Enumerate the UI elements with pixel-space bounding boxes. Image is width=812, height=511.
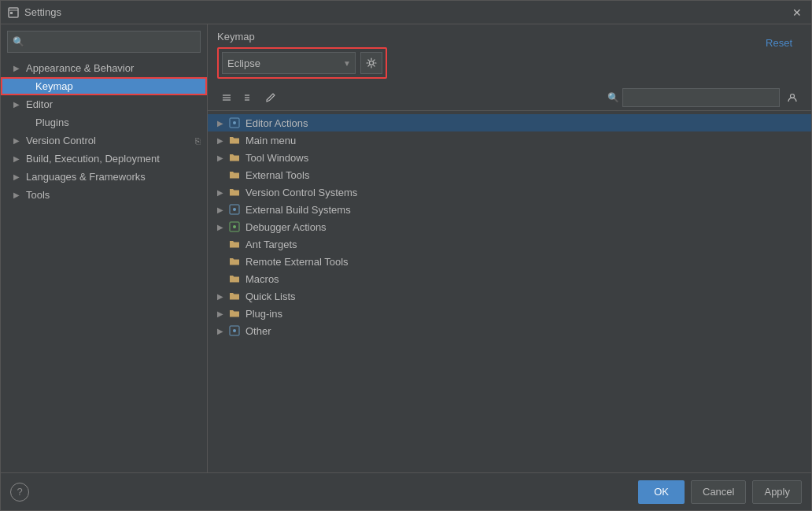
keymap-selector-row: Eclipse Default IntelliJ IDEA Classic ma… bbox=[217, 47, 387, 79]
tree-arrow-icon: ▶ bbox=[217, 206, 228, 214]
sidebar-item-label: Languages & Frameworks bbox=[26, 171, 146, 183]
folder-icon bbox=[228, 238, 241, 250]
close-button[interactable]: ✕ bbox=[789, 5, 805, 20]
tree-item-label: Debugger Actions bbox=[245, 221, 327, 233]
tree-arrow-icon: ▶ bbox=[217, 327, 228, 335]
svg-rect-2 bbox=[10, 12, 13, 14]
title-bar: Settings ✕ bbox=[1, 1, 811, 24]
help-button[interactable]: ? bbox=[10, 483, 29, 502]
keymap-dropdown[interactable]: Eclipse Default IntelliJ IDEA Classic ma… bbox=[222, 52, 356, 74]
sidebar-item-label: Build, Execution, Deployment bbox=[26, 153, 160, 165]
sidebar-search[interactable]: 🔍 bbox=[7, 31, 201, 53]
tree-item-label: Macros bbox=[245, 273, 279, 285]
sidebar-item-label: Appearance & Behavior bbox=[26, 62, 134, 74]
tree-arrow-icon: ▶ bbox=[217, 292, 228, 301]
tree-item-external-build[interactable]: ▶ External Build Systems bbox=[208, 201, 811, 218]
sidebar-item-plugins[interactable]: ▶ Plugins bbox=[1, 113, 207, 131]
arrow-icon: ▶ bbox=[13, 100, 23, 109]
sidebar-item-tools[interactable]: ▶ Tools bbox=[1, 186, 207, 204]
reset-button[interactable]: Reset bbox=[766, 37, 792, 49]
sidebar-item-editor[interactable]: ▶ Editor bbox=[1, 95, 207, 113]
copy-icon: ⎘ bbox=[195, 136, 201, 146]
sidebar-item-label: Tools bbox=[26, 189, 50, 201]
collapse-all-button[interactable] bbox=[239, 88, 258, 107]
sidebar-item-label: Plugins bbox=[35, 117, 69, 128]
section-title: Keymap bbox=[217, 31, 802, 43]
sidebar-item-label: Version Control bbox=[26, 135, 96, 146]
search-icon: 🔍 bbox=[607, 92, 619, 103]
tree-item-debugger[interactable]: ▶ Debugger Actions bbox=[208, 218, 811, 235]
folder-icon bbox=[228, 255, 241, 268]
tree-arrow-icon: ▶ bbox=[217, 136, 228, 145]
svg-rect-0 bbox=[9, 8, 18, 17]
keymap-tree-list: ▶ Editor Actions ▶ Main menu bbox=[208, 111, 811, 472]
sidebar: 🔍 ▶ Appearance & Behavior ▶ Keymap ▶ Edi… bbox=[1, 24, 208, 472]
sidebar-items-list: ▶ Appearance & Behavior ▶ Keymap ▶ Edito… bbox=[1, 59, 207, 472]
folder-icon bbox=[228, 186, 241, 198]
sidebar-item-build[interactable]: ▶ Build, Execution, Deployment bbox=[1, 150, 207, 168]
cancel-button[interactable]: Cancel bbox=[691, 480, 746, 504]
tree-item-external-tools[interactable]: ▶ External Tools bbox=[208, 166, 811, 183]
action-toolbar: 🔍 bbox=[208, 85, 811, 111]
tree-arrow-icon: ▶ bbox=[217, 309, 228, 318]
content-area: 🔍 ▶ Appearance & Behavior ▶ Keymap ▶ Edi… bbox=[1, 24, 811, 472]
other-icon bbox=[228, 324, 241, 337]
sidebar-item-label: Editor bbox=[26, 98, 53, 110]
tree-item-label: Editor Actions bbox=[245, 117, 308, 129]
tree-item-label: Remote External Tools bbox=[245, 256, 349, 268]
debugger-icon bbox=[228, 220, 241, 233]
tree-item-macros[interactable]: ▶ Macros bbox=[208, 270, 811, 287]
apply-button[interactable]: Apply bbox=[752, 480, 802, 504]
main-header: Keymap Reset Eclipse Default IntelliJ ID… bbox=[208, 24, 811, 85]
tree-item-vcs[interactable]: ▶ Version Control Systems bbox=[208, 183, 811, 201]
tree-arrow-icon: ▶ bbox=[217, 188, 228, 197]
build-icon bbox=[228, 203, 241, 216]
keymap-dropdown-wrapper: Eclipse Default IntelliJ IDEA Classic ma… bbox=[222, 52, 356, 74]
tree-item-remote-external-tools[interactable]: ▶ Remote External Tools bbox=[208, 253, 811, 270]
sidebar-item-version-control[interactable]: ▶ Version Control ⎘ bbox=[1, 131, 207, 150]
tree-item-label: Ant Targets bbox=[245, 239, 297, 250]
tree-item-plug-ins[interactable]: ▶ Plug-ins bbox=[208, 305, 811, 322]
svg-point-14 bbox=[233, 208, 236, 211]
sidebar-item-appearance[interactable]: ▶ Appearance & Behavior bbox=[1, 59, 207, 77]
folder-icon bbox=[228, 134, 241, 146]
folder-icon bbox=[228, 168, 241, 181]
arrow-icon: ▶ bbox=[13, 154, 23, 163]
bottom-actions: OK Cancel Apply bbox=[638, 480, 802, 504]
window-title: Settings bbox=[24, 6, 789, 18]
bottom-bar: ? OK Cancel Apply bbox=[1, 472, 811, 510]
tree-item-label: Quick Lists bbox=[245, 291, 296, 302]
sidebar-item-label: Keymap bbox=[35, 80, 73, 92]
tree-arrow-icon: ▶ bbox=[217, 154, 228, 162]
tree-item-editor-actions[interactable]: ▶ Editor Actions bbox=[208, 114, 811, 131]
tree-item-label: External Tools bbox=[245, 169, 309, 181]
arrow-icon: ▶ bbox=[13, 64, 23, 72]
folder-icon bbox=[228, 151, 241, 164]
find-by-shortcut-button[interactable] bbox=[783, 88, 802, 107]
svg-point-3 bbox=[370, 61, 374, 65]
folder-icon bbox=[228, 307, 241, 320]
tree-item-label: Version Control Systems bbox=[245, 187, 357, 198]
tree-item-other[interactable]: ▶ Other bbox=[208, 322, 811, 339]
tree-item-main-menu[interactable]: ▶ Main menu bbox=[208, 131, 811, 149]
expand-all-button[interactable] bbox=[217, 88, 236, 107]
tree-item-label: Main menu bbox=[245, 135, 296, 146]
sidebar-item-keymap[interactable]: ▶ Keymap bbox=[1, 77, 207, 95]
sidebar-item-languages[interactable]: ▶ Languages & Frameworks bbox=[1, 168, 207, 186]
toolbar-search: 🔍 bbox=[607, 88, 802, 107]
search-icon: 🔍 bbox=[13, 36, 24, 47]
folder-icon bbox=[228, 290, 241, 302]
tree-item-quick-lists[interactable]: ▶ Quick Lists bbox=[208, 287, 811, 305]
svg-point-18 bbox=[233, 329, 236, 332]
window-icon bbox=[7, 6, 20, 19]
search-shortcuts-input[interactable] bbox=[622, 88, 780, 107]
folder-icon bbox=[228, 272, 241, 285]
edit-shortcut-button[interactable] bbox=[261, 88, 280, 107]
keymap-settings-button[interactable] bbox=[360, 52, 382, 74]
ok-button[interactable]: OK bbox=[638, 480, 685, 504]
sidebar-search-input[interactable] bbox=[28, 36, 195, 47]
tree-item-ant-targets[interactable]: ▶ Ant Targets bbox=[208, 235, 811, 253]
tree-item-label: Plug-ins bbox=[245, 308, 282, 320]
arrow-icon: ▶ bbox=[13, 172, 23, 181]
tree-item-tool-windows[interactable]: ▶ Tool Windows bbox=[208, 149, 811, 166]
